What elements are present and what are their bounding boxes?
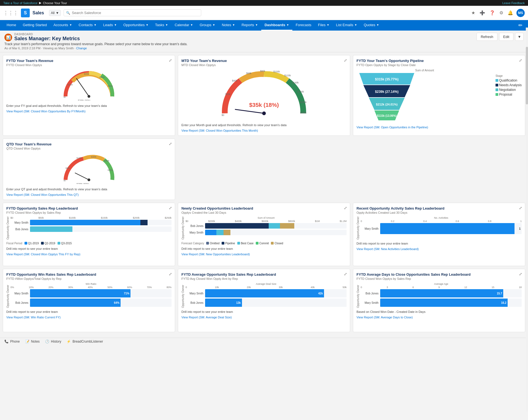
fytd-lb-legend-title: Fiscal Period — [6, 242, 22, 245]
notifications-icon[interactable]: 🔔 — [507, 9, 514, 17]
avg-days-close-chart: Opportunity Owner Average Age 0 3 6 9 12… — [356, 283, 522, 308]
nav-contacts[interactable]: Contacts ▼ — [75, 20, 100, 31]
footer-notes[interactable]: 📝 Notes — [25, 340, 40, 343]
bestcase-dot — [237, 242, 240, 245]
new-oppty-report-link[interactable]: View Report (SM: New Opportunities Leade… — [181, 253, 250, 256]
nav-calendar[interactable]: Calendar ▼ — [171, 20, 196, 31]
qtd-link: View Report (SM: Closed Won Opportunitie… — [6, 193, 172, 196]
leave-feedback[interactable]: Leave Feedback — [502, 1, 525, 5]
nav-dashboards[interactable]: Dashboards ▼ — [261, 20, 292, 31]
recent-no-activities-label: No. Activities — [361, 216, 522, 219]
avg-days-row-bob: Bob Jones 15.7 — [361, 289, 522, 297]
nav-edit-icon[interactable]: ✏ — [516, 20, 525, 31]
qualification-dot — [496, 79, 498, 82]
nav-getting-started[interactable]: Getting Started — [20, 20, 50, 31]
nav-groups[interactable]: Groups ▼ — [196, 20, 219, 31]
nav-forecasts[interactable]: Forecasts — [292, 20, 315, 31]
change-link[interactable]: Change — [76, 47, 87, 50]
fytd-gauge-svg: $0 $100k $200k $300k $350k $289k (90%) — [61, 70, 116, 101]
fytd-pipeline-expand-icon[interactable]: ⤢ — [519, 58, 522, 63]
new-oppty-expand-icon[interactable]: ⤢ — [344, 206, 347, 210]
fytd-lb-name-mary: Mary Smith — [10, 221, 28, 224]
avg-opp-mary-bar-inner: 42k — [205, 289, 324, 297]
qtd-revenue-expand-icon[interactable]: ⤢ — [169, 142, 172, 146]
nav-opportunities[interactable]: Opportunities ▼ — [120, 20, 152, 31]
mtd-revenue-report-link[interactable]: View Report (SM: Closed Won Opportunitie… — [181, 129, 258, 132]
new-oppty-card: Newly Created Opportunities Leaderboard … — [178, 203, 350, 266]
footer-history[interactable]: 🕐 History — [45, 340, 61, 343]
pipeline-legend: Stage Qualification Needs Analysis Negot… — [496, 69, 522, 123]
win-rates-expand-icon[interactable]: ⤢ — [169, 272, 172, 276]
qualification-label: Qualification — [499, 78, 517, 82]
svg-point-31 — [88, 178, 90, 181]
fytd-gauge: $0 $100k $200k $300k $350k $289k (90%) — [6, 69, 172, 102]
fytd-lb-row-bob: Bob Jones — [10, 226, 172, 232]
refresh-button[interactable]: Refresh — [477, 33, 497, 41]
mtd-revenue-expand-icon[interactable]: ⤢ — [344, 58, 347, 63]
nav-leads[interactable]: Leads ▼ — [100, 20, 120, 31]
fytd-pipeline-footer-info: View Report (SM: Open Opportunities in t… — [356, 126, 522, 129]
nav-tasks[interactable]: Tasks ▼ — [152, 20, 171, 31]
scrollbar-track[interactable] — [526, 28, 528, 345]
fytd-revenue-expand-icon[interactable]: ⤢ — [169, 58, 172, 63]
fytd-pipeline-card: FYTD Your Team's Opportunity Pipeline FY… — [353, 55, 525, 136]
fytd-lb-expand-icon[interactable]: ⤢ — [169, 206, 172, 210]
tour-middle[interactable]: Choose Your Tour — [43, 1, 67, 5]
waffle-icon[interactable]: ⋮⋮⋮ — [3, 10, 18, 16]
avg-days-mary-bar-inner: 16.2 — [380, 299, 508, 307]
add-icon[interactable]: ➕ — [478, 9, 486, 17]
recent-activity-mary-label: Mary Smith — [361, 227, 379, 230]
svg-text:$60k: $60k — [246, 72, 251, 75]
recent-activity-report-link[interactable]: View Report (SM: New Activities Leaderbo… — [356, 247, 419, 251]
avg-days-mary-bar: 16.2 — [380, 299, 522, 307]
nav-reports[interactable]: Reports ▼ — [238, 20, 261, 31]
scope-chevron-icon: ▼ — [56, 11, 59, 15]
win-rates-report-link[interactable]: View Report (SM: Win Ratio Current FY) — [6, 316, 61, 319]
scrollbar-thumb[interactable] — [526, 47, 528, 104]
favorites-icon[interactable]: ★ — [470, 9, 476, 17]
negotiation-dot — [496, 88, 498, 91]
more-options-button[interactable]: ▼ — [515, 33, 524, 41]
svg-point-1 — [88, 95, 90, 98]
avatar[interactable]: MS — [516, 9, 525, 17]
nav-files[interactable]: Files ▼ — [315, 20, 333, 31]
fytd-revenue-report-link[interactable]: View Report (SM: Closed Won Opportunitie… — [6, 110, 86, 113]
nav-accounts[interactable]: Accounts ▼ — [50, 20, 75, 31]
mary-omitted-bar — [205, 230, 216, 235]
fytd-lb-report-link[interactable]: View Report (SM: Closed Won Opptys This … — [6, 253, 80, 256]
nav-quotes[interactable]: Quotes ▼ — [360, 20, 382, 31]
new-oppty-y-axis: Opportunity Owner — [181, 216, 184, 240]
search-input[interactable] — [72, 11, 199, 15]
app-logo: S — [21, 9, 30, 17]
dashboard-row-2: QTD Your Team's Revenue QTD Closed Won O… — [3, 139, 525, 200]
qtd-report-link[interactable]: View Report (SM: Closed Won Opportunitie… — [6, 193, 79, 196]
fytd-lb-bar-mary-inner — [30, 220, 172, 225]
fytd-pipeline-report-link[interactable]: View Report (SM: Open Opportunities in t… — [356, 126, 428, 129]
win-rates-bars: Win Ratio 0% 10% 20% 30% 40% 50% 60% 70%… — [10, 283, 172, 308]
new-oppty-subtitle: Opptys Created the Last 30 Days — [181, 211, 347, 214]
avg-days-close-y-axis: Opportunity Owner — [356, 283, 360, 308]
avg-days-close-expand-icon[interactable]: ⤢ — [519, 272, 522, 276]
nav-home[interactable]: Home — [3, 20, 20, 31]
footer-breadcrumb[interactable]: ⚡ BreadCrumbListener — [67, 340, 103, 343]
search-scope-select[interactable]: All ▼ — [49, 10, 61, 16]
help-icon[interactable]: ❓ — [488, 9, 496, 17]
fytd-lb-link-area: View Report (SM: Closed Won Opptys This … — [6, 253, 172, 256]
nav-notes[interactable]: Notes ▼ — [219, 20, 238, 31]
avg-age-label: Average Age — [361, 283, 522, 285]
footer-phone[interactable]: 📞 Phone — [4, 340, 20, 343]
avg-days-close-bars: Average Age 0 3 6 9 12 15 18 Bob Jones — [361, 283, 522, 308]
new-oppty-row-mary: Mary Smith — [186, 230, 347, 235]
recent-activity-expand-icon[interactable]: ⤢ — [519, 206, 522, 210]
avg-opp-size-chart: Opportunity Owner Average Deal Size 0 10… — [181, 283, 347, 308]
legend-omitted: Omitted — [206, 242, 219, 245]
nav-list-emails[interactable]: List Emails ▼ — [333, 20, 360, 31]
setup-icon[interactable]: ⚙ — [498, 9, 504, 17]
avg-opp-size-expand-icon[interactable]: ⤢ — [344, 272, 347, 276]
avg-days-close-report-link[interactable]: View Report (SM: Average Days to Close) — [356, 316, 413, 319]
avg-opp-size-axis: 0 10k 20k 30k 40k 50k — [186, 286, 347, 289]
avg-opp-size-report-link[interactable]: View Report (SM: Average Deal Size) — [181, 316, 232, 319]
tour-link[interactable]: Take a Tour of Salesforce — [3, 1, 37, 5]
svg-text:$239k (27.14%): $239k (27.14%) — [375, 90, 398, 94]
edit-button[interactable]: Edit — [499, 33, 513, 41]
